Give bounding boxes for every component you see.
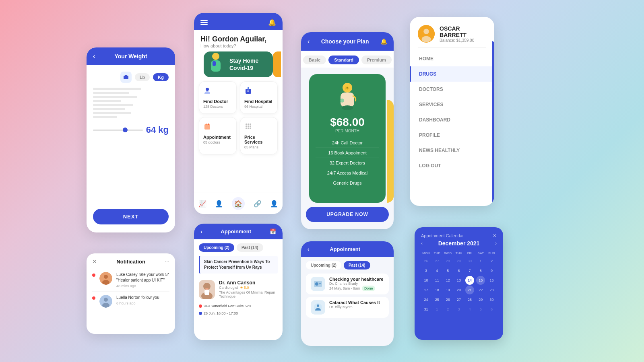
cal-day[interactable]: 4 xyxy=(465,305,474,314)
plan-header: ‹ Choose your Plan 🔔 xyxy=(301,32,394,51)
profile-nav-icon[interactable]: 👤 xyxy=(270,200,278,208)
cal-day[interactable]: 30 xyxy=(487,295,496,304)
cal-day[interactable]: 4 xyxy=(433,266,442,275)
calendar-grid: MON TUE WED THU FRI SAT SUN 26 27 28 29 … xyxy=(421,251,497,314)
calendar-close-icon[interactable]: ✕ xyxy=(493,233,497,239)
activity-nav-icon[interactable]: 📈 xyxy=(198,200,206,208)
cal-day[interactable]: 27 xyxy=(454,295,463,304)
cal-day[interactable]: 28 xyxy=(444,257,452,265)
cal-day[interactable]: 26 xyxy=(444,295,452,304)
appointment-card[interactable]: Appointment 05 doctors xyxy=(199,117,237,154)
cal-day[interactable]: 2 xyxy=(487,257,496,265)
cal-day[interactable]: 31 xyxy=(422,305,431,314)
cal-dow-2: WED xyxy=(443,251,453,256)
cal-day[interactable]: 17 xyxy=(422,286,431,294)
cal-day-today[interactable]: 14 xyxy=(465,276,474,285)
back-arrow-icon[interactable]: ‹ xyxy=(93,53,95,60)
appt-tab-past[interactable]: Past (14) xyxy=(237,243,263,252)
cal-day[interactable]: 27 xyxy=(433,257,442,265)
link-nav-icon[interactable]: 🔗 xyxy=(254,200,262,208)
hamburger-icon[interactable] xyxy=(200,20,208,25)
find-doctor-card[interactable]: Find Doctor 128 Doctors xyxy=(199,81,237,114)
cal-day[interactable]: 9 xyxy=(487,266,496,275)
bell-icon[interactable]: 🔔 xyxy=(268,19,276,26)
stay-home-banner[interactable]: Stay Home Covid-19 xyxy=(204,51,273,77)
cal-day[interactable]: 16 xyxy=(487,276,496,285)
menu-item-services[interactable]: SERVICES xyxy=(410,97,494,112)
menu-item-logout[interactable]: LOG OUT xyxy=(410,158,494,173)
cal-day[interactable]: 1 xyxy=(433,305,442,314)
cal-day[interactable]: 25 xyxy=(433,295,442,304)
cal-day[interactable]: 12 xyxy=(444,276,452,285)
appt-tab-upcoming[interactable]: Upcoming (2) xyxy=(199,243,234,252)
appt2-tab-past[interactable]: Past (14) xyxy=(344,261,370,269)
cal-day[interactable]: 15 xyxy=(476,276,485,285)
cal-day[interactable]: 29 xyxy=(454,257,463,265)
upgrade-button[interactable]: UPGRADE NOW xyxy=(306,207,389,222)
cal-day[interactable]: 8 xyxy=(476,266,485,275)
menu-item-profile[interactable]: PROFILE xyxy=(410,128,494,143)
menu-item-doctors[interactable]: DOCTORS xyxy=(410,82,494,97)
notif-avatar-2 xyxy=(99,295,112,308)
cal-day[interactable]: 30 xyxy=(465,257,474,265)
plan-tab-premium[interactable]: Premium xyxy=(361,56,392,64)
plan-tab-basic[interactable]: Basic xyxy=(303,56,326,64)
cal-day[interactable]: 7 xyxy=(465,266,474,275)
cal-day[interactable]: 3 xyxy=(454,305,463,314)
cal-day[interactable]: 10 xyxy=(422,276,431,285)
cal-day[interactable]: 18 xyxy=(433,286,442,294)
time-text: 26 Jun, 16:00 - 17:00 xyxy=(204,311,238,315)
doctor-avatar xyxy=(199,280,215,299)
cal-day[interactable]: 26 xyxy=(422,257,431,265)
kg-button[interactable]: Kg xyxy=(153,73,169,81)
plan-bell-icon[interactable]: 🔔 xyxy=(380,38,387,45)
doctor-rating: ★ 5.0 xyxy=(240,286,249,290)
cal-day[interactable]: 3 xyxy=(422,266,431,275)
cal-day[interactable]: 11 xyxy=(433,276,442,285)
cal-day[interactable]: 5 xyxy=(444,266,452,275)
price-services-card[interactable]: Price Services 05 Plans xyxy=(240,117,278,154)
calendar-next-icon[interactable]: › xyxy=(495,241,497,246)
cal-day[interactable]: 28 xyxy=(465,295,474,304)
notification-text-1: Luke Casey rate your work 5* "Healer pat… xyxy=(116,272,169,283)
appt-calendar-icon[interactable]: 📅 xyxy=(270,228,276,234)
cal-day[interactable]: 5 xyxy=(476,305,485,314)
svg-point-28 xyxy=(340,99,344,103)
next-button[interactable]: NEXT xyxy=(93,209,169,224)
calendar-prev-icon[interactable]: ‹ xyxy=(421,241,423,246)
cal-day[interactable]: 6 xyxy=(454,266,463,275)
menu-item-drugs[interactable]: DRUGS xyxy=(410,66,494,82)
home-nav-icon[interactable]: 🏠 xyxy=(232,197,245,210)
menu-item-news[interactable]: NEWS HEALTHLY xyxy=(410,143,494,158)
menu-item-dashboard[interactable]: DASHBOARD xyxy=(410,112,494,128)
svg-point-2 xyxy=(212,53,219,60)
calendar-month-row: ‹ December 2021 › xyxy=(421,240,497,247)
cal-day[interactable]: 6 xyxy=(487,305,496,314)
plan-header-title: Choose your Plan xyxy=(310,38,380,45)
cal-day[interactable]: 24 xyxy=(422,295,431,304)
cal-day[interactable]: 22 xyxy=(476,286,485,294)
gordon-header: 🔔 xyxy=(194,13,283,30)
appointment-location: 949 Satterfield Fort Suite 520 xyxy=(194,302,283,310)
appt-back-icon[interactable]: ‹ xyxy=(200,228,202,234)
plan-tab-standard[interactable]: Standard xyxy=(328,56,359,64)
appt2-tab-upcoming[interactable]: Upcoming (2) xyxy=(306,261,341,269)
cal-day[interactable]: 19 xyxy=(444,286,452,294)
cal-day[interactable]: 23 xyxy=(487,286,496,294)
cal-day[interactable]: 2 xyxy=(444,305,452,314)
cal-day[interactable]: 1 xyxy=(476,257,485,265)
find-hospital-card[interactable]: Find Hospital 96 Hospital xyxy=(240,81,278,114)
cal-day[interactable]: 29 xyxy=(476,295,485,304)
appt2-time-1: 24 May, 8am - 9am xyxy=(329,286,360,290)
cal-day[interactable]: 20 xyxy=(454,286,463,294)
notif-avatar-1 xyxy=(99,272,112,285)
cal-day[interactable]: 13 xyxy=(454,276,463,285)
appt2-back-icon[interactable]: ‹ xyxy=(308,246,309,252)
lb-button[interactable]: Lb xyxy=(135,73,150,81)
user-nav-icon[interactable]: 👤 xyxy=(215,200,223,208)
cal-day[interactable]: 21 xyxy=(465,286,474,294)
close-icon[interactable]: ✕ xyxy=(92,258,97,265)
more-options-icon[interactable]: ··· xyxy=(165,258,169,265)
weight-header: ‹ Your Weight xyxy=(87,47,175,65)
menu-item-home[interactable]: HOME xyxy=(410,51,494,66)
